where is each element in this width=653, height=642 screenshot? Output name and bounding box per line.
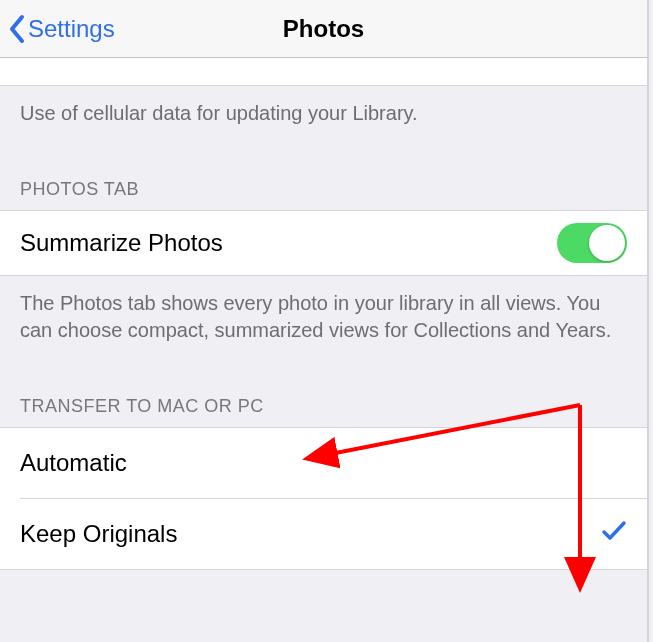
summarize-photos-row[interactable]: Summarize Photos bbox=[0, 210, 647, 276]
cellular-footer: Use of cellular data for updating your L… bbox=[0, 86, 647, 155]
option-automatic[interactable]: Automatic bbox=[0, 428, 647, 498]
summarize-photos-label: Summarize Photos bbox=[20, 229, 223, 257]
option-keep-originals[interactable]: Keep Originals bbox=[0, 499, 647, 569]
settings-screen: Settings Photos Cellular Data Use of cel… bbox=[0, 0, 649, 642]
back-button[interactable]: Settings bbox=[8, 0, 115, 57]
back-label: Settings bbox=[28, 15, 115, 43]
toggle-knob bbox=[589, 225, 625, 261]
summarize-photos-toggle[interactable] bbox=[557, 223, 627, 263]
chevron-left-icon bbox=[8, 14, 26, 44]
option-keep-originals-label: Keep Originals bbox=[20, 520, 177, 548]
section-header-photos-tab: PHOTOS TAB bbox=[0, 155, 647, 210]
photos-tab-footer: The Photos tab shows every photo in your… bbox=[0, 276, 647, 372]
option-automatic-label: Automatic bbox=[20, 449, 127, 477]
cellular-data-row[interactable]: Cellular Data bbox=[0, 58, 647, 86]
checkmark-icon bbox=[601, 520, 627, 548]
navbar: Settings Photos bbox=[0, 0, 647, 58]
transfer-options-group: Automatic Keep Originals bbox=[0, 427, 647, 570]
section-header-transfer: TRANSFER TO MAC OR PC bbox=[0, 372, 647, 427]
